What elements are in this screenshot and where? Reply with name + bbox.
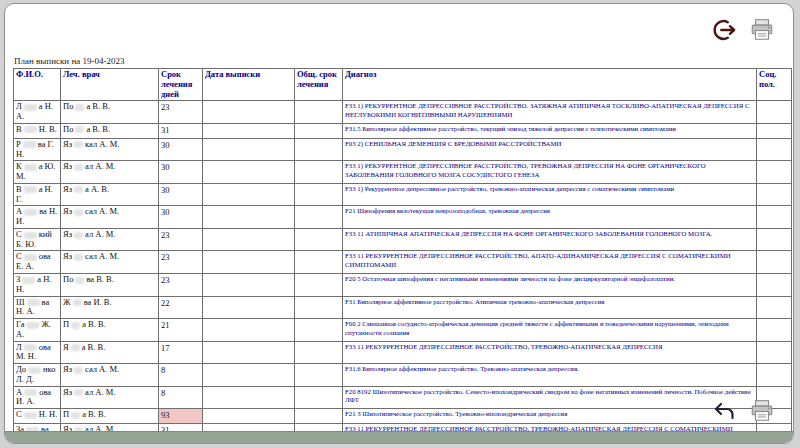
table-row[interactable]: Ка Ю. М. Язал А. М. 30 F33 1) РЕКУРРЕНТН… xyxy=(14,161,792,184)
discharge-date-cell xyxy=(203,364,295,387)
redacted-name-fragment xyxy=(23,141,36,148)
discharge-date-cell xyxy=(203,206,295,229)
table-row[interactable]: СН. Н. Па В. В. 93 F21 3 Шизотипическое … xyxy=(14,409,792,424)
redacted-name-fragment xyxy=(73,299,82,306)
patient-name-cell: Сова Е. А. xyxy=(14,251,61,274)
table-row[interactable]: Ский Б. Ю. Язал А. М. 23 F33 11 АТИПИЧНА… xyxy=(14,228,792,251)
print-button-top[interactable] xyxy=(749,18,775,44)
doctor-name-suffix: а В. В. xyxy=(86,101,110,111)
social-status-cell xyxy=(757,228,792,251)
redacted-name-fragment xyxy=(74,209,83,216)
treatment-days-cell: 21 xyxy=(159,319,203,342)
table-row[interactable]: Ава Н. И. Язсал А. М. 30 F21 Шизофрения … xyxy=(14,206,792,229)
treatment-days-cell: 30 xyxy=(159,183,203,206)
diagnosis-cell: F33 1) Рекуррентное депрессивное расстро… xyxy=(343,183,757,206)
treatment-days-cell: 30 xyxy=(159,206,203,229)
discharge-date-cell xyxy=(203,274,295,297)
total-duration-cell xyxy=(295,206,343,229)
redacted-name-fragment xyxy=(24,126,37,133)
doctor-cell: Язкал А. М. xyxy=(61,138,159,161)
redacted-name-fragment xyxy=(75,104,84,111)
doctor-name-suffix: а В. В. xyxy=(86,124,110,134)
treatment-days-cell: 17 xyxy=(159,341,203,364)
table-body: Ла Н. А. Поа В. В. 23 F33 1) РЕКУРРЕНТНО… xyxy=(14,101,792,444)
back-arrow-icon xyxy=(712,399,736,426)
total-duration-cell xyxy=(295,409,343,424)
patient-name-prefix: Л xyxy=(16,342,22,352)
treatment-days-cell: 8 xyxy=(159,386,203,409)
patient-name-prefix: А xyxy=(16,206,22,216)
table-row[interactable]: Лова М. Н. Яа В. В. 17 F33 11 РЕКУРРЕНТН… xyxy=(14,341,792,364)
discharge-plan-table: Ф.И.О. Леч. врач Срок лечения дней Дата … xyxy=(13,68,792,444)
total-duration-cell xyxy=(295,364,343,387)
redacted-name-fragment xyxy=(74,254,83,261)
redacted-name-fragment xyxy=(24,209,37,216)
doctor-cell: Язал А. М. xyxy=(61,228,159,251)
table-row[interactable]: За Н. Н. Пова В. В. 23 F20 5 Остаточная … xyxy=(14,274,792,297)
print-button-bottom[interactable] xyxy=(749,399,775,425)
header-social-status: Соц. пол. xyxy=(757,69,792,101)
doctor-cell: Поа В. В. xyxy=(61,101,159,124)
social-status-cell xyxy=(757,274,792,297)
patient-name-cell: Шва Н. А. xyxy=(14,296,61,319)
redacted-name-fragment xyxy=(74,367,83,374)
top-toolbar xyxy=(711,18,775,44)
diagnosis-cell: F33 11 РЕКУРРЕНТНОЕ ДЕПРЕССИВНОЕ РАССТРО… xyxy=(343,251,757,274)
doctor-name-suffix: а А. В. xyxy=(85,184,109,194)
doctor-name-prefix: Яз xyxy=(63,184,72,194)
discharge-date-cell xyxy=(203,341,295,364)
logout-button[interactable] xyxy=(711,18,737,44)
patient-name-prefix: В xyxy=(16,184,22,194)
patient-name-cell: Рва Г. Н. xyxy=(14,138,61,161)
discharge-date-cell xyxy=(203,319,295,342)
doctor-name-suffix: ва В. В. xyxy=(86,274,114,284)
treatment-days-cell: 23 xyxy=(159,251,203,274)
diagnosis-cell: F00 2 Смешанная сосудисто-атрофическая д… xyxy=(343,319,757,342)
table-row[interactable]: Ла Н. А. Поа В. В. 23 F33 1) РЕКУРРЕНТНО… xyxy=(14,101,792,124)
treatment-days-cell: 31 xyxy=(159,123,203,138)
patient-name-prefix: С xyxy=(16,251,22,261)
doctor-cell: Яза А. В. xyxy=(61,183,159,206)
doctor-name-prefix: Яз xyxy=(63,139,72,149)
total-duration-cell xyxy=(295,319,343,342)
diagnosis-cell: F33 11 РЕКУРРЕНТНОЕ ДЕПРЕССИВНОЕ РАССТРО… xyxy=(343,341,757,364)
patient-name-prefix: В xyxy=(16,124,22,134)
table-row[interactable]: Донко Л. Д. Язсал А. М. 8 F31.6 Биполярн… xyxy=(14,364,792,387)
printer-icon xyxy=(749,398,775,427)
table-row[interactable]: Аова И. А. Язал А. М. 8 F20 8192 Шизотип… xyxy=(14,386,792,409)
total-duration-cell xyxy=(295,274,343,297)
patient-name-cell: За Н. Н. xyxy=(14,274,61,297)
patient-name-prefix: З xyxy=(16,274,20,284)
redacted-name-fragment xyxy=(71,412,80,419)
window-footer-strip xyxy=(5,431,793,443)
discharge-date-cell xyxy=(203,101,295,124)
patient-name-prefix: До xyxy=(16,364,26,374)
patient-name-cell: Ва Н. Г. xyxy=(14,183,61,206)
back-button[interactable] xyxy=(711,399,737,425)
page-title: План выписки на 19-04-2023 xyxy=(14,56,124,66)
patient-name-cell: Ский Б. Ю. xyxy=(14,228,61,251)
patient-name-cell: Лова М. Н. xyxy=(14,341,61,364)
redacted-name-fragment xyxy=(74,164,83,171)
printer-icon xyxy=(749,17,775,46)
table-row[interactable]: Ва Н. Г. Яза А. В. 30 F33 1) Рекуррентно… xyxy=(14,183,792,206)
patient-name-prefix: Р xyxy=(16,139,21,149)
table-row[interactable]: ВН. В. Поа В. В. 31 F31.5 Биполярное афф… xyxy=(14,123,792,138)
table-row[interactable]: Шва Н. А. Жва И. В. 22 F31 Биполярное аф… xyxy=(14,296,792,319)
table-row[interactable]: Сова Е. А. Язсал А. М. 23 F33 11 РЕКУРРЕ… xyxy=(14,251,792,274)
table-row[interactable]: ГаЖ. А. Па В. В. 21 F00 2 Смешанная сосу… xyxy=(14,319,792,342)
header-fio: Ф.И.О. xyxy=(14,69,61,101)
treatment-days-cell: 8 xyxy=(159,364,203,387)
doctor-name-prefix: Яз xyxy=(63,161,72,171)
redacted-name-fragment xyxy=(22,277,35,284)
redacted-name-fragment xyxy=(75,126,84,133)
table-row[interactable]: Рва Г. Н. Язкал А. М. 30 F03 2) СЕНИЛЬНА… xyxy=(14,138,792,161)
doctor-name-prefix: Яз xyxy=(63,251,72,261)
social-status-cell xyxy=(757,183,792,206)
redacted-name-fragment xyxy=(26,322,39,329)
doctor-name-prefix: Яз xyxy=(63,387,72,397)
patient-name-prefix: К xyxy=(16,161,22,171)
redacted-name-fragment xyxy=(74,186,83,193)
discharge-date-cell xyxy=(203,228,295,251)
treatment-days-cell: 93 xyxy=(159,409,203,424)
